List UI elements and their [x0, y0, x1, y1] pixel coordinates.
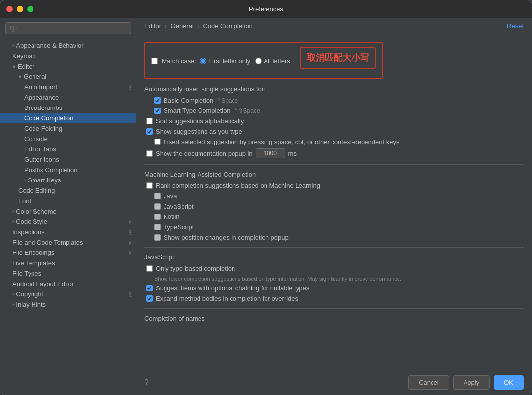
expand-arrow: ›: [12, 291, 14, 297]
sidebar-item-label: Keymap: [12, 52, 36, 60]
doc-ms-input[interactable]: [256, 148, 285, 158]
sidebar-item-appearance-behavior[interactable]: › Appearance & Behavior: [0, 40, 136, 51]
sidebar-item-code-editing[interactable]: Code Editing: [0, 185, 136, 196]
sidebar-item-label: Live Templates: [12, 259, 55, 267]
radio-all-letters-input[interactable]: [255, 58, 262, 64]
sidebar-item-live-templates[interactable]: Live Templates: [0, 258, 136, 268]
sidebar-item-font[interactable]: Font: [0, 196, 136, 206]
js-optional-chaining-row: Suggest items with optional chaining for…: [144, 285, 524, 292]
sidebar-item-breadcrumbs[interactable]: Breadcrumbs: [0, 103, 136, 113]
basic-completion-checkbox[interactable]: [154, 97, 161, 104]
expand-arrow: ›: [24, 178, 26, 183]
sidebar-item-auto-import[interactable]: Auto Import ⎘: [0, 82, 136, 92]
radio-first-letter-input[interactable]: [200, 58, 206, 64]
show-doc-checkbox[interactable]: [146, 150, 153, 157]
expand-arrow: ∨: [12, 64, 16, 69]
apply-button[interactable]: Apply: [453, 375, 490, 390]
sidebar-item-label: Inlay Hints: [16, 301, 46, 308]
smart-completion-label: Smart Type Completion: [164, 107, 231, 114]
cancel-button[interactable]: Cancel: [408, 375, 449, 390]
sidebar-item-android-layout-editor[interactable]: Android Layout Editor: [0, 279, 136, 289]
sidebar-item-file-code-templates[interactable]: File and Code Templates ⎘: [0, 237, 136, 248]
radio-group: First letter only All letters: [200, 57, 290, 65]
sidebar-item-label: Inspections: [12, 228, 45, 236]
insert-selected-label: Insert selected suggestion by pressing s…: [164, 138, 399, 145]
expand-arrow: ∨: [18, 74, 22, 79]
basic-completion-label: Basic Completion: [164, 97, 213, 104]
breadcrumb-sep2: ›: [197, 22, 199, 30]
sidebar-item-console[interactable]: Console: [0, 134, 136, 144]
panel-content: Match case: First letter only All letter…: [136, 34, 532, 370]
sidebar-item-keymap[interactable]: Keymap: [0, 51, 136, 61]
js-optional-chaining-checkbox[interactable]: [146, 285, 153, 291]
sidebar-item-inspections[interactable]: Inspections ⎘: [0, 227, 136, 237]
sidebar-item-label: Smart Keys: [28, 177, 61, 184]
sidebar-item-label: Copyright: [16, 290, 43, 298]
completion-names-title: Completion of names: [144, 315, 524, 322]
sort-suggestions-checkbox[interactable]: [146, 118, 153, 124]
sidebar-item-appearance[interactable]: Appearance: [0, 92, 136, 103]
js-expand-checkbox[interactable]: [146, 295, 153, 302]
minimize-button[interactable]: [17, 6, 23, 12]
ml-typescript-label: TypeScript: [164, 223, 194, 231]
sidebar-item-code-completion[interactable]: Code Completion: [0, 113, 136, 123]
ml-kotlin-checkbox[interactable]: [154, 214, 161, 220]
sidebar-item-gutter-icons[interactable]: Gutter Icons: [0, 154, 136, 165]
sidebar-item-general[interactable]: ∨ General: [0, 72, 136, 82]
sidebar-item-code-style[interactable]: › Code Style ⎘: [0, 216, 136, 227]
ml-java-checkbox[interactable]: [154, 193, 161, 199]
window-controls: [6, 6, 33, 12]
js-expand-label: Expand method bodies in completion for o…: [156, 295, 298, 302]
reset-button[interactable]: Reset: [507, 22, 524, 30]
preferences-window: Preferences › Appearance & Behavior Keym…: [0, 0, 532, 395]
sidebar: › Appearance & Behavior Keymap ∨ Editor …: [0, 18, 136, 395]
sidebar-item-color-scheme[interactable]: › Color Scheme: [0, 206, 136, 216]
js-optional-chaining-label: Suggest items with optional chaining for…: [156, 285, 309, 292]
insert-selected-checkbox[interactable]: [154, 139, 161, 145]
radio-first-letter-label: First letter only: [208, 57, 250, 65]
sidebar-item-postfix-completion[interactable]: Postfix Completion: [0, 165, 136, 175]
ml-position-checkbox[interactable]: [154, 234, 161, 241]
radio-first-letter[interactable]: First letter only: [200, 57, 250, 65]
ml-typescript-checkbox[interactable]: [154, 224, 161, 230]
match-case-checkbox[interactable]: [151, 58, 158, 64]
sidebar-item-label: Appearance & Behavior: [16, 42, 83, 49]
expand-arrow: ›: [12, 209, 14, 214]
sidebar-item-label: Gutter Icons: [24, 156, 59, 163]
ok-button[interactable]: OK: [494, 375, 524, 390]
basic-completion-row: Basic Completion ⌃Space: [144, 97, 524, 104]
sidebar-item-editor[interactable]: ∨ Editor: [0, 61, 136, 72]
copy-icon: ⎘: [129, 229, 132, 235]
sidebar-item-code-folding[interactable]: Code Folding: [0, 123, 136, 134]
show-suggestions-checkbox[interactable]: [146, 128, 153, 135]
sidebar-item-copyright[interactable]: › Copyright ⎘: [0, 289, 136, 299]
close-button[interactable]: [6, 6, 13, 12]
sidebar-item-label: Editor: [18, 63, 34, 70]
separator-2: [144, 247, 524, 248]
footer-buttons: Cancel Apply OK: [408, 375, 524, 390]
help-icon[interactable]: ?: [144, 378, 149, 387]
ml-javascript-checkbox[interactable]: [154, 203, 161, 210]
show-suggestions-label: Show suggestions as you type: [156, 128, 242, 135]
js-type-based-checkbox[interactable]: [146, 265, 153, 272]
ml-position-row: Show position changes in completion popu…: [144, 234, 524, 241]
main-content-area: › Appearance & Behavior Keymap ∨ Editor …: [0, 18, 532, 395]
sidebar-item-smart-keys[interactable]: › Smart Keys: [0, 175, 136, 185]
smart-completion-checkbox[interactable]: [154, 108, 161, 114]
sidebar-item-editor-tabs[interactable]: Editor Tabs: [0, 144, 136, 154]
ml-rank-checkbox[interactable]: [146, 182, 153, 189]
maximize-button[interactable]: [27, 6, 33, 12]
sidebar-item-inlay-hints[interactable]: › Inlay Hints: [0, 299, 136, 310]
sidebar-item-label: File Types: [12, 270, 41, 277]
sidebar-item-file-encodings[interactable]: File Encodings ⎘: [0, 248, 136, 258]
js-type-based-row: Only type-based completion: [144, 265, 524, 272]
basic-completion-shortcut: ⌃Space: [216, 97, 238, 104]
sidebar-item-label: Color Scheme: [16, 208, 56, 215]
radio-all-letters[interactable]: All letters: [255, 57, 290, 65]
sidebar-item-label: General: [24, 73, 46, 80]
ml-position-label: Show position changes in completion popu…: [164, 234, 289, 241]
sidebar-item-file-types[interactable]: File Types: [0, 268, 136, 279]
search-input[interactable]: [5, 22, 131, 34]
ml-section-title: Machine Learning-Assisted Completion: [144, 171, 524, 178]
separator-3: [144, 308, 524, 309]
